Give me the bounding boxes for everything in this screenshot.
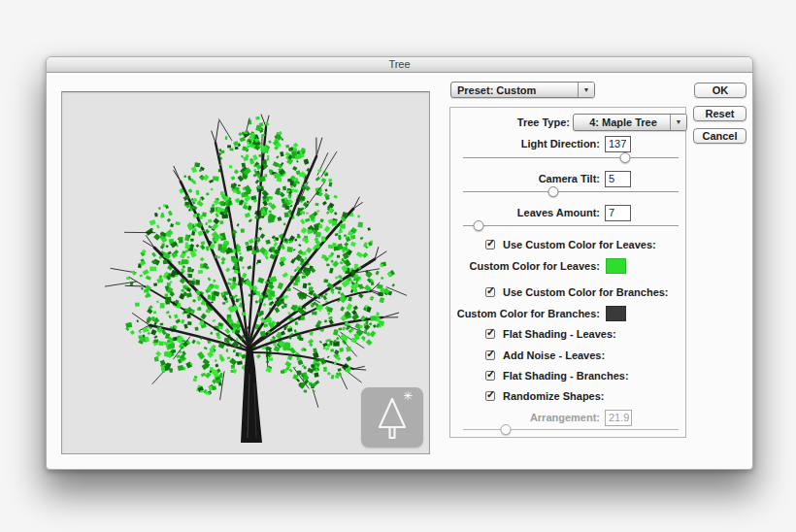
flat-shading-leaves-checkbox[interactable]: ✓ (485, 329, 495, 339)
add-noise-leaves-checkbox[interactable]: ✓ (485, 350, 495, 360)
checkmark-icon: ✓ (486, 348, 495, 360)
arrangement-slider-thumb[interactable] (501, 424, 512, 435)
screen: Tree ✳ Preset: Custom ▼ OK Reset Cancel (0, 0, 796, 532)
randomize-shapes-label: Randomize Shapes: (503, 390, 605, 402)
dialog-title: Tree (388, 58, 410, 70)
checkmark-icon: ✓ (486, 237, 495, 249)
randomize-shapes-checkbox[interactable]: ✓ (485, 391, 495, 401)
tree-type-dropdown[interactable]: 4: Maple Tree ▼ (573, 114, 687, 131)
chevron-down-icon: ▼ (579, 83, 594, 97)
checkmark-icon: ✓ (486, 368, 495, 381)
light-direction-label: Light Direction: (450, 138, 600, 150)
leaves-amount-label: Leaves Amount: (450, 207, 600, 218)
use-custom-color-leaves-checkbox[interactable]: ✓ (485, 240, 495, 249)
flat-shading-branches-checkbox[interactable]: ✓ (485, 371, 495, 381)
leaves-color-swatch[interactable] (606, 258, 626, 274)
preset-dropdown-arrow-button[interactable]: ▼ (578, 83, 594, 97)
use-custom-color-branches-checkbox[interactable]: ✓ (485, 287, 495, 297)
tree-type-label: Tree Type: (450, 116, 570, 128)
reset-button[interactable]: Reset (693, 106, 746, 121)
use-custom-color-leaves-label: Use Custom Color for Leaves: (503, 239, 656, 250)
tree-type-value: 4: Maple Tree (578, 115, 669, 130)
light-direction-badge: ✳ (361, 387, 423, 448)
flat-shading-leaves-label: Flat Shading - Leaves: (503, 328, 616, 340)
tree-icon (375, 396, 410, 441)
camera-tilt-label: Camera Tilt: (450, 173, 600, 184)
slider-track (463, 429, 679, 430)
preset-dropdown-value: Preset: Custom (457, 83, 577, 97)
ok-button[interactable]: OK (694, 83, 746, 98)
leaves-amount-slider[interactable] (463, 220, 679, 232)
controls-group: Tree Type: 4: Maple Tree ▼ Light Directi… (449, 107, 686, 438)
leaves-amount-field[interactable]: 7 (605, 205, 631, 221)
light-direction-slider-thumb[interactable] (619, 152, 630, 163)
preview-canvas[interactable]: ✳ (61, 91, 430, 454)
slider-track (463, 157, 679, 158)
camera-tilt-field[interactable]: 5 (605, 171, 631, 187)
arrangement-label: Arrangement: (450, 412, 600, 423)
branches-color-swatch[interactable] (606, 306, 626, 321)
custom-color-leaves-label: Custom Color for Leaves: (450, 260, 600, 272)
flat-shading-branches-label: Flat Shading - Branches: (503, 370, 629, 382)
checkmark-icon: ✓ (486, 284, 495, 297)
custom-color-branches-label: Custom Color for Branches: (450, 308, 600, 319)
use-custom-color-branches-label: Use Custom Color for Branches: (503, 286, 669, 298)
chevron-down-icon: ▼ (671, 115, 686, 130)
slider-track (463, 191, 679, 192)
tree-type-arrow-button[interactable]: ▼ (670, 115, 686, 130)
light-direction-field[interactable]: 137 (605, 136, 631, 152)
leaves-amount-slider-thumb[interactable] (473, 220, 483, 231)
checkmark-icon: ✓ (486, 388, 495, 401)
checkmark-icon: ✓ (486, 326, 495, 339)
camera-tilt-slider[interactable] (463, 186, 679, 198)
cancel-button[interactable]: Cancel (693, 128, 746, 144)
camera-tilt-slider-thumb[interactable] (548, 186, 559, 197)
light-direction-slider[interactable] (463, 152, 679, 164)
slider-track (463, 225, 679, 226)
arrangement-slider[interactable] (463, 424, 679, 436)
dialog-titlebar[interactable]: Tree (47, 57, 752, 73)
preset-dropdown[interactable]: Preset: Custom ▼ (450, 82, 595, 98)
add-noise-leaves-label: Add Noise - Leaves: (503, 349, 605, 361)
tree-dialog: Tree ✳ Preset: Custom ▼ OK Reset Cancel (46, 56, 753, 470)
